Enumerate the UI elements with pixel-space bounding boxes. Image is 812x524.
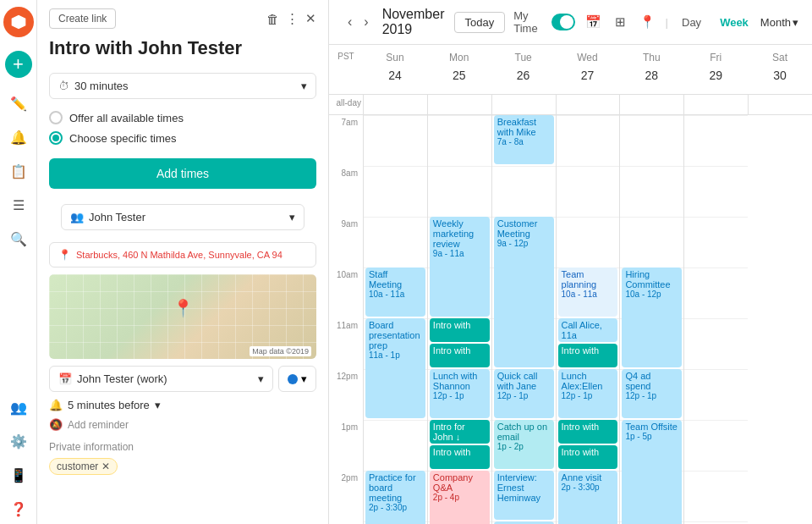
my-time-toggle[interactable] — [551, 14, 574, 30]
month-view-dropdown[interactable]: Month ▾ — [760, 16, 798, 29]
remove-tag-icon[interactable]: ✕ — [102, 461, 110, 472]
toolbar-right: My Time 📅 ⊞ 📍 | Day Week Month ▾ — [513, 9, 798, 35]
reminder-select[interactable]: 5 minutes before ▾ — [68, 399, 161, 411]
event-intro-with-3[interactable]: Intro with — [430, 445, 490, 469]
map-attribution: Map data ©2019 — [250, 347, 311, 356]
customer-tag[interactable]: customer ✕ — [49, 458, 118, 475]
day-num-tue: 26 — [512, 63, 535, 87]
allday-thu — [619, 95, 683, 114]
allday-tue — [491, 95, 556, 114]
map-preview[interactable]: 📍 Map data ©2019 — [49, 274, 316, 359]
day-view-button[interactable]: Day — [675, 13, 708, 32]
radio-choose-specific[interactable]: Choose specific times — [49, 131, 316, 145]
sat-events — [684, 115, 748, 524]
calendar-main: ‹ › November 2019 Today My Time 📅 ⊞ 📍 | … — [329, 0, 812, 524]
add-reminder-button[interactable]: Add reminder — [68, 419, 129, 431]
radio-choose-specific-indicator — [49, 131, 63, 145]
event-intro-with-2[interactable]: Intro with — [430, 344, 490, 367]
event-staff-meeting[interactable]: Staff Meeting10a - 11a — [365, 268, 425, 317]
event-weekly-marketing[interactable]: Weekly marketing review9a - 11a — [430, 217, 490, 317]
event-team-offsite[interactable]: Team Offsite1p - 5p — [622, 420, 682, 524]
event-intro-with-thu[interactable]: Intro with — [558, 344, 618, 367]
event-board-prep[interactable]: Board presentation prep11a - 1p — [365, 318, 425, 418]
grid-view-icon[interactable]: ⊞ — [612, 13, 629, 31]
event-quick-call-jane[interactable]: Quick call with Jane12p - 1p — [494, 369, 554, 418]
day-col-thu: Team planning10a - 11a Call Alice, 11a I… — [556, 115, 620, 524]
more-options-button[interactable]: ⋮ — [286, 11, 299, 26]
event-lunch-shannon[interactable]: Lunch with Shannon12p - 1p — [430, 369, 490, 418]
event-interview-ernest[interactable]: Interview: Ernest Heminway — [494, 471, 554, 520]
day-header-sat: Sat 30 — [748, 45, 812, 94]
attendee-icon: 👥 — [70, 211, 84, 223]
time-1pm: 1pm — [329, 420, 363, 471]
prev-month-button[interactable]: ‹ — [343, 13, 357, 31]
add-times-button[interactable]: Add times — [49, 158, 316, 189]
time-9am: 9am — [329, 217, 363, 268]
color-picker-button[interactable]: ▾ — [278, 366, 316, 392]
close-button[interactable]: ✕ — [305, 11, 316, 26]
allday-wed — [556, 95, 620, 114]
wed-events: Breakfast with Mike7a - 8a Customer Meet… — [492, 115, 556, 524]
attendee-select[interactable]: 👥John Tester ▾ — [61, 204, 304, 230]
event-anne-visit[interactable]: Anne visit2p - 3:30p — [558, 471, 618, 524]
radio-offer-all[interactable]: Offer all available times — [49, 111, 316, 124]
toggle-knob — [560, 15, 573, 29]
month-title: November 2019 — [382, 7, 446, 37]
private-info-label: Private information — [49, 441, 316, 453]
clipboard-icon[interactable]: 📋 — [3, 156, 34, 186]
menu-icon[interactable]: ☰ — [3, 190, 34, 220]
event-intro-with-thu3[interactable]: Intro with — [558, 445, 618, 469]
chevron-down-icon: ▾ — [301, 372, 307, 385]
event-title: Intro with John Tester — [37, 32, 328, 68]
event-q4-ad-spend[interactable]: Q4 ad spend12p - 1p — [622, 369, 682, 418]
create-link-button[interactable]: Create link — [49, 8, 116, 29]
brand-logo[interactable] — [3, 7, 34, 37]
location-field[interactable]: 📍 Starbucks, 460 N Mathilda Ave, Sunnyva… — [49, 242, 316, 268]
calendar-view-icon[interactable]: 📅 — [582, 13, 605, 31]
next-month-button[interactable]: › — [359, 13, 373, 31]
event-intro-with-1[interactable]: Intro with — [430, 318, 490, 342]
event-team-planning[interactable]: Team planning10a - 11a — [558, 268, 618, 317]
location-view-icon[interactable]: 📍 — [636, 13, 659, 31]
edit-icon[interactable]: ✏️ — [3, 88, 34, 119]
allday-sat — [748, 95, 812, 114]
tag-label: customer — [57, 461, 98, 472]
event-customer-meeting[interactable]: Customer Meeting9a - 12p — [494, 217, 554, 367]
sidebar: + ✏️ 🔔 📋 ☰ 🔍 👥 ⚙️ 📱 ❓ — [0, 0, 37, 524]
day-col-wed: Breakfast with Mike7a - 8a Customer Meet… — [491, 115, 556, 524]
settings-icon[interactable]: ⚙️ — [3, 426, 34, 456]
mobile-icon[interactable]: 📱 — [3, 460, 34, 490]
day-num-sat: 30 — [768, 63, 792, 87]
reminder-row: 🔔 5 minutes before ▾ — [49, 399, 316, 411]
event-call-alice[interactable]: Call Alice, 11a — [558, 318, 618, 342]
calendar-row: 📅John Tester (work) ▾ ▾ — [49, 366, 316, 392]
calendar-header-row: PST Sun 24 Mon 25 Tue 26 Wed 27 Thu 28 — [329, 45, 812, 95]
sun-events: Staff Meeting10a - 11a Board presentatio… — [364, 115, 427, 524]
chevron-down-icon: ▾ — [793, 16, 798, 29]
event-practice-board[interactable]: Practice for board meeting2p - 3:30p — [365, 471, 425, 524]
event-company-qa[interactable]: Company Q&A2p - 4p — [430, 471, 490, 524]
time-options-group: Offer all available times Choose specifi… — [37, 104, 328, 152]
today-button[interactable]: Today — [454, 12, 506, 33]
time-8am: 8am — [329, 166, 363, 217]
notifications-icon[interactable]: 🔔 — [3, 122, 34, 152]
event-intro-john[interactable]: Intro for John ↓ — [430, 420, 490, 444]
calendar-select[interactable]: 📅John Tester (work) ▾ — [49, 366, 273, 392]
week-view-button[interactable]: Week — [713, 13, 755, 32]
fri-events: Hiring Committee10a - 12p Q4 ad spend12p… — [620, 115, 683, 524]
event-intro-with-thu2[interactable]: Intro with — [558, 420, 618, 444]
search-icon[interactable]: 🔍 — [3, 223, 34, 254]
delete-button[interactable]: 🗑 — [266, 12, 279, 26]
event-breakfast-mike[interactable]: Breakfast with Mike7a - 8a — [494, 115, 554, 164]
header-actions: 🗑 ⋮ ✕ — [266, 11, 316, 26]
help-icon[interactable]: ❓ — [3, 494, 34, 524]
event-lunch-alex[interactable]: Lunch Alex:Ellen12p - 1p — [558, 369, 618, 418]
calendar-body: 7am 8am 9am 10am 11am 12pm 1pm 2pm 3pm 4… — [329, 115, 812, 524]
event-hiring-committee[interactable]: Hiring Committee10a - 12p — [622, 268, 682, 367]
event-catch-up-email[interactable]: Catch up on email1p - 2p — [494, 420, 554, 469]
add-event-button[interactable]: + — [5, 51, 32, 78]
duration-select[interactable]: ⏱30 minutes ▾ — [49, 73, 316, 99]
people-icon[interactable]: 👥 — [3, 392, 34, 422]
my-time-label: My Time — [513, 9, 545, 35]
day-header-sun: Sun 24 — [363, 45, 427, 94]
